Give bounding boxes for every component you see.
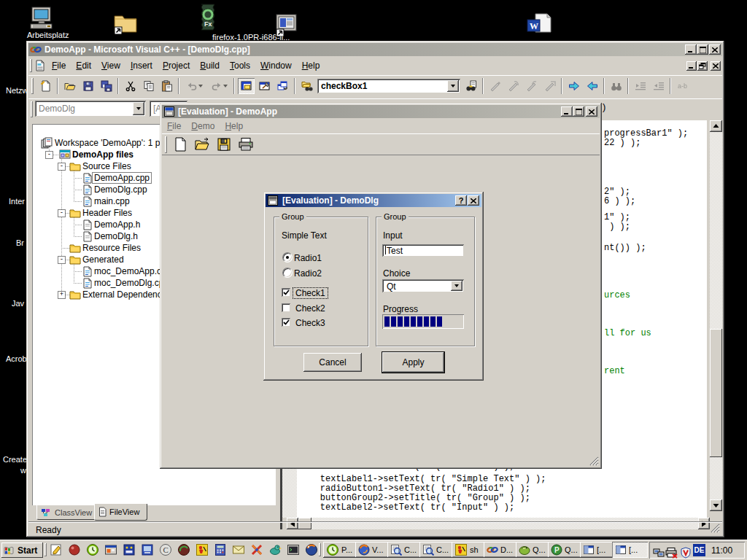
- check3-label[interactable]: Check3: [295, 318, 325, 328]
- toolbar-grip[interactable]: [31, 78, 34, 94]
- eval-minimize-button[interactable]: [561, 106, 573, 117]
- classwizard-button-2[interactable]: [505, 78, 522, 94]
- quick-launch-duck[interactable]: [268, 543, 282, 556]
- menu-build[interactable]: Build: [195, 58, 225, 74]
- indent-button[interactable]: [632, 78, 649, 94]
- tree-expander[interactable]: -: [58, 256, 66, 264]
- eval-open-button[interactable]: [193, 135, 212, 154]
- taskbar-task-8[interactable]: PQ...: [548, 542, 584, 558]
- menubar-grip[interactable]: [30, 59, 32, 72]
- choice-dropdown[interactable]: [451, 281, 462, 291]
- check3-input[interactable]: [282, 318, 290, 327]
- menu-window[interactable]: Window: [255, 58, 297, 74]
- desktop-icon-label-partial[interactable]: Netzw: [6, 86, 28, 95]
- tree-expander[interactable]: -: [58, 209, 66, 217]
- choice-combo[interactable]: Qt: [382, 279, 464, 292]
- redo-button[interactable]: [207, 78, 231, 94]
- tasks-grip[interactable]: [319, 543, 321, 556]
- desktop-icon-label-partial[interactable]: Acrob: [6, 354, 27, 363]
- taskbar-clock[interactable]: 11:00: [711, 545, 732, 556]
- dialog-close-button[interactable]: [468, 195, 479, 206]
- menu-tools[interactable]: Tools: [225, 58, 255, 74]
- classwizard-button-4[interactable]: [541, 78, 558, 94]
- desktop-icon-label-partial[interactable]: Jav: [12, 299, 24, 308]
- quick-launch-red-app[interactable]: [68, 543, 81, 556]
- tree-expander[interactable]: -: [58, 163, 66, 171]
- desktop-icon-firefox-installer[interactable]: Fx: [196, 4, 220, 31]
- quick-launch-krec[interactable]: [196, 543, 209, 556]
- copy-button[interactable]: [140, 78, 157, 94]
- taskbar-task-9[interactable]: [...: [580, 542, 616, 558]
- vscroll-thumb[interactable]: [710, 329, 722, 457]
- quick-launch-kedit[interactable]: [50, 543, 63, 556]
- mdi-close-button[interactable]: [711, 61, 721, 71]
- taskbar-task-2[interactable]: V...: [355, 542, 391, 558]
- desktop-icon-arbeitsplatz[interactable]: [29, 6, 54, 31]
- mdi-minimize-button[interactable]: [686, 61, 697, 71]
- cancel-button[interactable]: Cancel: [303, 353, 362, 372]
- quick-launch-konsole[interactable]: [287, 543, 300, 556]
- menu-file[interactable]: File: [47, 58, 71, 74]
- radio2-label[interactable]: Radio2: [294, 268, 322, 279]
- quick-launch-blue-app-1[interactable]: [123, 543, 136, 556]
- eval-save-button[interactable]: [214, 135, 233, 154]
- maximize-button[interactable]: [697, 44, 708, 55]
- minimize-button[interactable]: [685, 44, 697, 55]
- workspace-toggle-button[interactable]: [238, 78, 255, 94]
- tab-classview[interactable]: ClassView: [36, 505, 98, 520]
- vcpp-titlebar[interactable]: DemoApp - Microsoft Visual C++ - [DemoDl…: [28, 43, 722, 56]
- quick-launch-green-clock[interactable]: [86, 543, 99, 556]
- eval-resize-grip[interactable]: [589, 456, 599, 466]
- open-button[interactable]: [61, 78, 78, 94]
- tree-expander[interactable]: +: [58, 291, 66, 299]
- taskbar-task-3[interactable]: C...: [387, 542, 423, 558]
- desktop-icon-display-shortcut[interactable]: [276, 13, 298, 36]
- quick-launch-dark-circle[interactable]: [177, 543, 190, 556]
- taskbar-task-7[interactable]: Q...: [516, 542, 551, 558]
- desktop-icon-label[interactable]: Arbeitsplatz: [27, 31, 69, 39]
- eval-menu-file[interactable]: File: [162, 118, 186, 134]
- keyboard-layout-indicator[interactable]: DE: [693, 544, 705, 556]
- find-in-files-button[interactable]: [462, 78, 479, 94]
- dialog-titlebar[interactable]: [Evaluation] - DemoDlg ?: [266, 194, 481, 207]
- menu-help[interactable]: Help: [297, 58, 325, 74]
- whitespace-button[interactable]: a-b: [674, 78, 691, 94]
- eval-maximize-button[interactable]: [573, 106, 584, 117]
- search-workspace-button[interactable]: [298, 78, 315, 94]
- redo-button-dropdown[interactable]: [223, 85, 228, 90]
- output-toggle-button[interactable]: [256, 78, 273, 94]
- tray-antivirus[interactable]: [681, 547, 692, 559]
- input-field[interactable]: Test: [382, 244, 464, 257]
- goto-definition-button[interactable]: [565, 78, 582, 94]
- classwizard-button-3[interactable]: [523, 78, 540, 94]
- eval-titlebar[interactable]: [Evaluation] - DemoApp: [162, 105, 600, 118]
- dialog-help-button[interactable]: ?: [455, 195, 467, 206]
- apply-button[interactable]: Apply: [382, 352, 444, 373]
- editor-vscrollbar[interactable]: [710, 120, 722, 511]
- close-button[interactable]: [709, 44, 721, 55]
- quicklaunch-grip[interactable]: [44, 543, 47, 556]
- desktop-icon-word-document[interactable]: W: [527, 13, 551, 36]
- check2-input[interactable]: [282, 303, 290, 312]
- cut-button[interactable]: [122, 78, 139, 94]
- desktop-icon-label-partial[interactable]: Inter: [9, 197, 25, 206]
- menu-project[interactable]: Project: [158, 58, 195, 74]
- save-button[interactable]: [80, 78, 96, 94]
- scroll-down-button[interactable]: [710, 499, 722, 511]
- quick-launch-browser[interactable]: [305, 543, 318, 556]
- tray-printer-error[interactable]: [665, 547, 677, 559]
- paste-button[interactable]: [158, 78, 175, 94]
- classwizard-button-1[interactable]: [487, 78, 503, 94]
- mdi-restore-button[interactable]: [697, 61, 708, 71]
- radio1-label[interactable]: Radio1: [294, 253, 322, 263]
- taskbar-task-6[interactable]: D...: [484, 542, 519, 558]
- tab-fileview[interactable]: FileView: [94, 504, 147, 521]
- desktop-icon-folder-shortcut[interactable]: [113, 12, 138, 35]
- member-combo-dropdown[interactable]: [447, 80, 459, 92]
- taskbar-task-1[interactable]: P...: [323, 542, 359, 558]
- eval-close-button[interactable]: [586, 106, 597, 117]
- wizardbar-class-combo[interactable]: DemoDlg: [35, 101, 146, 117]
- radio2-input[interactable]: [282, 268, 293, 278]
- outdent-button[interactable]: [650, 78, 667, 94]
- quick-launch-kcalc[interactable]: [214, 543, 227, 556]
